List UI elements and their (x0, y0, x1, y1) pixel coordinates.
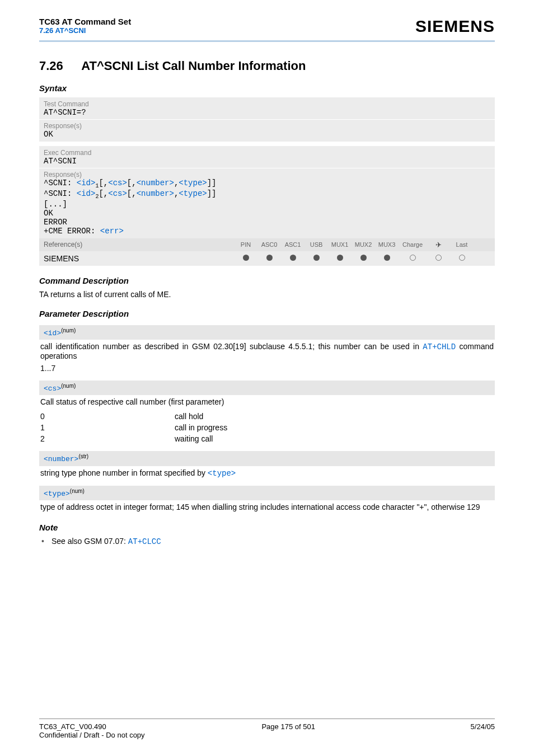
footer-row: TC63_ATC_V00.490 Page 175 of 501 5/24/05 (39, 722, 495, 731)
command-description-heading: Command Description (39, 276, 495, 285)
param-cs-header: <cs>(num) (39, 381, 495, 395)
dot-open-icon (410, 255, 416, 261)
test-command-box: Test Command AT^SCNI=? Response(s) OK (39, 97, 495, 142)
test-response: OK (44, 130, 490, 139)
dot-open-icon (459, 255, 465, 261)
capability-dots (234, 255, 474, 262)
reference-vendor-row: SIEMENS (39, 251, 495, 266)
capability-dot (234, 255, 257, 262)
note-heading: Note (39, 523, 495, 532)
cs-val-0: call hold (175, 412, 203, 421)
capability-dot (375, 255, 399, 262)
capability-dot (352, 255, 375, 262)
reference-columns: PIN ASC0 ASC1 USB MUX1 MUX2 MUX3 Charge … (234, 241, 474, 249)
note-item: • See also GSM 07.07: AT+CLCC (39, 537, 495, 546)
capability-dot (427, 255, 450, 262)
section-name: AT^SCNI List Call Number Information (81, 59, 306, 73)
exec-ok: OK (44, 209, 490, 218)
at-clcc-link[interactable]: AT+CLCC (128, 537, 161, 546)
test-command-label: Test Command (44, 100, 490, 108)
col-asc1: ASC1 (281, 241, 305, 248)
err-token: <err> (100, 227, 124, 236)
reference-header-row: Reference(s) PIN ASC0 ASC1 USB MUX1 MUX2… (39, 238, 495, 251)
footer-divider (39, 719, 495, 719)
exec-error: ERROR (44, 218, 490, 227)
col-mux2: MUX2 (352, 241, 375, 248)
capability-dot (305, 255, 328, 262)
cs-val-1: call in progress (175, 423, 227, 432)
exec-response-label: Response(s) (44, 171, 490, 179)
cs-key-0: 0 (40, 412, 175, 421)
footer-center: Page 175 of 501 (261, 722, 315, 731)
section-number: 7.26 (39, 59, 78, 73)
col-asc0: ASC0 (257, 241, 281, 248)
param-number-name: <number> (44, 456, 78, 464)
bullet-icon: • (41, 537, 49, 546)
param-id-header: <id>(num) (39, 325, 495, 340)
line2-prefix: ^SCNI: (44, 189, 77, 198)
footer-left: TC63_ATC_V00.490 (39, 722, 106, 731)
id-token-2: <id> (77, 189, 96, 198)
exec-response-line1: ^SCNI: <id>1[,<cs>[,<number>,<type>]] (44, 179, 490, 189)
dot-filled-icon (337, 255, 343, 261)
number-token: <number> (137, 179, 174, 187)
dot-filled-icon (384, 255, 390, 261)
capability-dot (281, 255, 305, 262)
param-cs-text: Call status of respective call number (f… (39, 395, 495, 407)
note-text: See also GSM 07.07: (51, 537, 128, 546)
page-header: TC63 AT Command Set 7.26 AT^SCNI SIEMENS (39, 0, 495, 40)
capability-dot (399, 255, 427, 262)
doc-title: TC63 AT Command Set (39, 17, 131, 26)
number-token-2: <number> (137, 189, 174, 198)
exec-command-label: Exec Command (44, 149, 490, 157)
dot-filled-icon (290, 255, 296, 261)
cs-row-0: 0call hold (40, 412, 494, 421)
col-mux1: MUX1 (328, 241, 352, 248)
at-chld-link[interactable]: AT+CHLD (423, 342, 456, 351)
exec-cme: +CME ERROR: <err> (44, 227, 490, 236)
header-left: TC63 AT Command Set 7.26 AT^SCNI (39, 17, 131, 35)
siemens-logo: SIEMENS (415, 17, 495, 36)
test-response-label: Response(s) (44, 122, 490, 130)
capability-dot (450, 255, 474, 262)
cs-row-1: 1call in progress (40, 423, 494, 432)
param-cs-rows: 0call hold 1call in progress 2waiting ca… (39, 407, 495, 444)
param-cs-name: <cs> (44, 384, 61, 393)
type-token-2: <type> (179, 189, 207, 198)
cs-token: <cs> (108, 179, 127, 187)
dot-filled-icon (266, 255, 273, 261)
cme-prefix: +CME ERROR: (44, 227, 100, 236)
section-title: 7.26 AT^SCNI List Call Number Informatio… (39, 59, 495, 73)
page-footer: TC63_ATC_V00.490 Page 175 of 501 5/24/05… (39, 719, 495, 739)
dot-filled-icon (313, 255, 320, 261)
cs-key-1: 1 (40, 423, 175, 432)
cs-row-2: 2waiting call (40, 434, 494, 443)
col-pin: PIN (234, 241, 257, 248)
footer-right: 5/24/05 (471, 722, 495, 731)
reference-label: Reference(s) (44, 241, 234, 248)
capability-dot (257, 255, 281, 262)
capability-dot (328, 255, 352, 262)
param-id-range: 1...7 (39, 361, 495, 374)
id-token: <id> (77, 179, 96, 187)
test-command-cmd: AT^SCNI=? (44, 108, 490, 117)
dot-filled-icon (243, 255, 249, 261)
command-description-text: TA returns a list of current calls of ME… (39, 290, 495, 299)
header-divider (39, 40, 495, 42)
parameter-description-heading: Parameter Description (39, 309, 495, 318)
param-id-body: call identification number as described … (39, 340, 495, 361)
cs-key-2: 2 (40, 434, 175, 443)
exec-command-box: Exec Command AT^SCNI Response(s) ^SCNI: … (39, 146, 495, 238)
col-charge: Charge (399, 241, 427, 248)
param-number-body: string type phone number in format speci… (39, 466, 495, 479)
type-token: <type> (179, 179, 207, 187)
dot-filled-icon (360, 255, 367, 261)
col-mux3: MUX3 (375, 241, 399, 248)
footer-confidential: Confidential / Draft - Do not copy (39, 731, 495, 739)
param-id-sup: (num) (61, 327, 76, 334)
line1-prefix: ^SCNI: (44, 179, 77, 187)
col-usb: USB (305, 241, 328, 248)
type-link[interactable]: <type> (208, 469, 236, 478)
param-number-sup: (str) (78, 453, 88, 459)
dot-open-icon (435, 255, 442, 261)
